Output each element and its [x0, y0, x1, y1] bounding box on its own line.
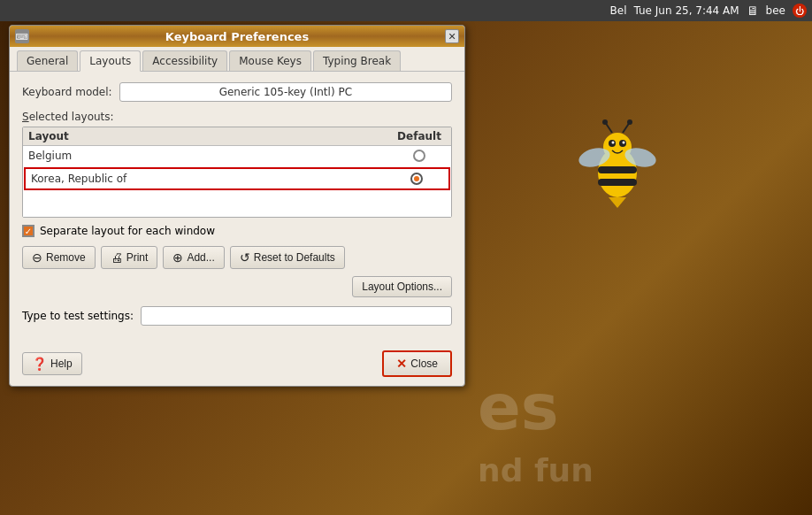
radio-belgium[interactable] — [393, 150, 446, 162]
keyboard-model-label: Keyboard model: — [22, 86, 112, 98]
titlebar-left: ⌨ — [15, 29, 29, 43]
table-row[interactable]: Korea, Republic of — [24, 167, 450, 190]
remove-icon: ⊖ — [32, 250, 42, 265]
svg-rect-2 — [598, 179, 637, 186]
remove-button[interactable]: ⊖ Remove — [22, 246, 96, 269]
reset-button[interactable]: ↺ Reset to Defaults — [230, 246, 345, 269]
col-layout-header: Layout — [28, 130, 393, 142]
close-button[interactable]: ✕ Close — [382, 350, 452, 377]
separate-layout-label: Separate layout for each window — [40, 225, 215, 237]
radio-korea[interactable] — [390, 173, 443, 185]
radio-checked-icon[interactable] — [410, 173, 423, 185]
keyboard-preferences-dialog: ⌨ Keyboard Preferences ✕ General Layouts… — [9, 25, 465, 387]
top-panel: Bel Tue Jun 25, 7:44 AM 🖥 bee ⏻ — [0, 0, 812, 21]
desktop-bg-text2: nd fun — [478, 452, 594, 488]
dialog-title: Keyboard Preferences — [29, 30, 445, 43]
dialog-titlebar: ⌨ Keyboard Preferences ✕ — [10, 26, 464, 47]
svg-rect-1 — [598, 166, 637, 173]
tab-mouse-keys[interactable]: Mouse Keys — [229, 50, 311, 71]
action-buttons-row: ⊖ Remove 🖨 Print ⊕ Add... ↺ Reset to Def… — [22, 246, 452, 269]
keyboard-model-row: Keyboard model: Generic 105-key (Intl) P… — [22, 82, 452, 102]
svg-marker-14 — [609, 197, 626, 208]
panel-datetime: Tue Jun 25, 7:44 AM — [634, 4, 739, 17]
col-default-header: Default — [393, 130, 446, 142]
separate-layout-checkbox-row: Separate layout for each window — [22, 225, 452, 237]
tab-general[interactable]: General — [17, 50, 78, 71]
panel-username-bee: bee — [766, 4, 785, 17]
tab-bar: General Layouts Accessibility Mouse Keys… — [10, 47, 464, 72]
selected-layouts-label: Selected layouts: — [22, 111, 452, 123]
dialog-content: Keyboard model: Generic 105-key (Intl) P… — [10, 72, 464, 345]
separate-layout-checkbox[interactable] — [22, 225, 34, 237]
panel-username-bel: Bel — [610, 4, 627, 17]
remove-label: Remove — [46, 251, 86, 264]
power-button[interactable]: ⏻ — [793, 4, 807, 18]
help-button[interactable]: ❓ Help — [22, 352, 82, 375]
reset-label: Reset to Defaults — [254, 251, 335, 264]
layout-name-korea: Korea, Republic of — [31, 173, 390, 185]
tab-typing-break[interactable]: Typing Break — [313, 50, 401, 71]
print-label: Print — [126, 251, 149, 264]
monitor-icon: 🖥 — [747, 4, 759, 18]
type-to-test-input[interactable] — [141, 306, 452, 326]
svg-point-7 — [623, 142, 625, 144]
svg-point-6 — [612, 142, 615, 144]
reset-icon: ↺ — [240, 250, 250, 265]
bottom-buttons: ❓ Help ✕ Close — [10, 345, 464, 386]
table-row[interactable]: Belgium — [23, 146, 451, 166]
layout-options-row: Layout Options... — [22, 276, 452, 297]
type-to-test-row: Type to test settings: — [22, 306, 452, 326]
close-x-icon: ✕ — [396, 357, 407, 371]
layout-table-body: Belgium Korea, Republic of — [23, 146, 451, 217]
keyboard-model-value[interactable]: Generic 105-key (Intl) PC — [119, 82, 452, 102]
dialog-close-x-button[interactable]: ✕ — [445, 29, 459, 43]
type-to-test-label: Type to test settings: — [22, 310, 134, 322]
help-label: Help — [50, 357, 73, 370]
layout-options-button[interactable]: Layout Options... — [352, 276, 452, 297]
close-label: Close — [410, 357, 438, 370]
add-label: Add... — [187, 251, 214, 264]
layout-table: Layout Default Belgium Korea, Republic o… — [22, 127, 452, 218]
tab-accessibility[interactable]: Accessibility — [142, 50, 227, 71]
print-button[interactable]: 🖨 Print — [101, 246, 158, 269]
radio-empty-icon[interactable] — [413, 150, 425, 162]
layout-options-label: Layout Options... — [362, 281, 442, 293]
dialog-app-icon: ⌨ — [15, 29, 29, 43]
add-icon: ⊕ — [172, 250, 183, 265]
help-icon: ❓ — [32, 357, 47, 371]
add-button[interactable]: ⊕ Add... — [163, 246, 224, 269]
print-icon: 🖨 — [111, 250, 123, 265]
desktop-bg-text1: es — [478, 370, 559, 444]
layout-name-belgium: Belgium — [28, 150, 393, 162]
svg-point-11 — [627, 119, 632, 125]
bee-illustration — [564, 106, 670, 212]
svg-point-9 — [602, 119, 608, 125]
tab-layouts[interactable]: Layouts — [80, 50, 141, 72]
layout-table-header: Layout Default — [23, 127, 451, 146]
